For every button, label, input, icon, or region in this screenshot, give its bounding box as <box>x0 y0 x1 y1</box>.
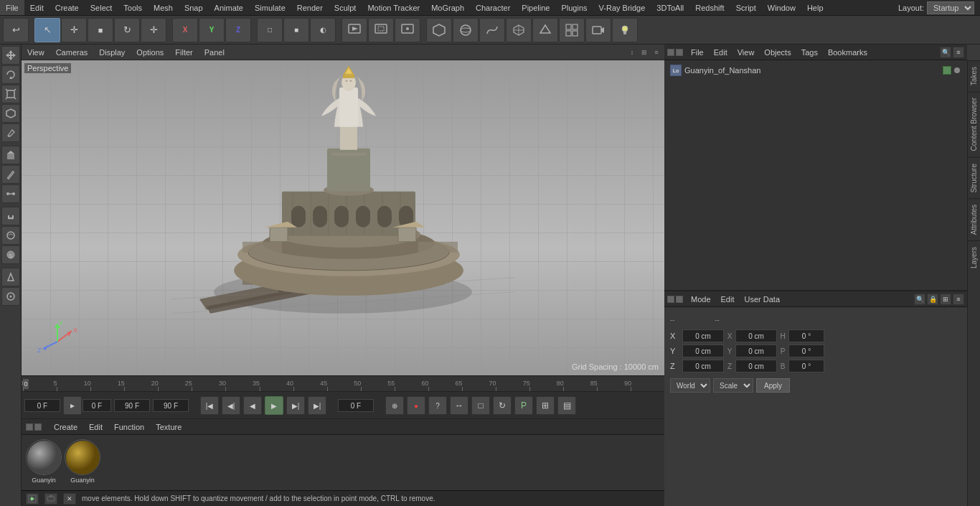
sidebar-scale-tool[interactable] <box>1 85 20 103</box>
menu-edit[interactable]: Edit <box>24 0 50 15</box>
x-axis-button[interactable]: X <box>172 18 198 42</box>
viewport-3d[interactable]: Perspective <box>22 60 664 375</box>
render-region-button[interactable] <box>368 18 394 42</box>
attr-menu-mode[interactable]: Mode <box>689 295 713 304</box>
prev-frame-btn[interactable]: ▸ <box>63 396 82 415</box>
coord-p-val[interactable] <box>788 345 824 357</box>
mat-menu-function[interactable]: Function <box>112 423 146 431</box>
apply-button[interactable]: Apply <box>756 378 790 393</box>
y-axis-button[interactable]: Y <box>199 18 225 42</box>
spline-mode-button[interactable]: ◐ <box>310 18 336 42</box>
step-forward-button[interactable]: ▶| <box>286 396 305 415</box>
tab-attributes[interactable]: Attributes <box>968 198 980 240</box>
frame-end-field-a[interactable] <box>114 399 150 412</box>
menu-select[interactable]: Select <box>85 0 118 15</box>
status-icon-close[interactable]: ✕ <box>63 493 76 505</box>
om-menu-bookmarks[interactable]: Bookmarks <box>826 48 870 57</box>
add-keyframe-btn[interactable]: ⊕ <box>385 396 404 415</box>
menu-tools[interactable]: Tools <box>118 0 148 15</box>
help-btn[interactable]: ? <box>428 396 447 415</box>
tab-content-browser[interactable]: Content Browser <box>968 91 980 156</box>
attr-multi-btn[interactable]: ⊞ <box>940 294 951 305</box>
coord-z-size[interactable] <box>735 360 777 373</box>
menu-simulate[interactable]: Simulate <box>249 0 291 15</box>
coord-z-pos[interactable] <box>682 360 724 373</box>
menu-mograph[interactable]: MoGraph <box>425 0 470 15</box>
rotate-button[interactable]: ↻ <box>114 18 140 42</box>
menu-vray[interactable]: V-Ray Bridge <box>593 0 651 15</box>
sphere-button[interactable] <box>453 18 479 42</box>
frame-end-field-b[interactable] <box>153 399 189 412</box>
menu-render[interactable]: Render <box>291 0 329 15</box>
current-frame-display[interactable] <box>338 399 374 412</box>
select-mode-button[interactable]: ↖ <box>34 18 60 42</box>
om-menu-file[interactable]: File <box>689 48 706 57</box>
menu-animate[interactable]: Animate <box>209 0 249 15</box>
record-btn[interactable]: ● <box>407 396 425 415</box>
attr-menu-edit[interactable]: Edit <box>719 295 737 304</box>
menu-redshift[interactable]: Redshift <box>689 0 730 15</box>
menu-snap[interactable]: Snap <box>179 0 209 15</box>
tab-structure[interactable]: Structure <box>968 157 980 199</box>
tab-layers[interactable]: Layers <box>968 240 980 274</box>
play-back-button[interactable]: ◀ <box>243 396 262 415</box>
render-settings-button[interactable] <box>395 18 420 42</box>
attr-settings-btn[interactable]: ≡ <box>953 294 964 305</box>
menu-file[interactable]: File <box>0 0 24 15</box>
attr-search-btn[interactable]: 🔍 <box>914 294 925 305</box>
viewport-menu-display[interactable]: Display <box>96 48 128 57</box>
menu-create[interactable]: Create <box>50 0 85 15</box>
camera-button[interactable] <box>585 18 611 42</box>
frame-current-field[interactable] <box>83 399 111 412</box>
transform-button[interactable]: ✛ <box>141 18 166 42</box>
film-btn[interactable]: ▤ <box>557 396 576 415</box>
viewport-menu-cameras[interactable]: Cameras <box>53 48 91 57</box>
cube-button[interactable] <box>426 18 452 42</box>
go-end-button[interactable]: ▶| <box>308 396 326 415</box>
viewport-menu-panel[interactable]: Panel <box>202 48 227 57</box>
om-search-btn[interactable]: 🔍 <box>940 47 951 58</box>
menu-help[interactable]: Help <box>801 0 829 15</box>
render-view-button[interactable] <box>341 18 367 42</box>
move-button[interactable]: ✛ <box>61 18 87 42</box>
coord-h-val[interactable] <box>788 329 824 342</box>
scale-button[interactable]: ■ <box>88 18 113 42</box>
array-button[interactable] <box>559 18 585 42</box>
sidebar-extrude-tool[interactable] <box>1 146 20 164</box>
coord-mode-dropdown[interactable]: World <box>670 378 710 393</box>
om-object-guanyin[interactable]: Lo Guanyin_of_Nanshan <box>667 63 964 78</box>
viewport-menu-options[interactable]: Options <box>133 48 166 57</box>
object-mode-button[interactable]: □ <box>257 18 283 42</box>
attr-menu-userdata[interactable]: User Data <box>743 295 783 304</box>
box-btn[interactable]: □ <box>471 396 490 415</box>
viewport-icon-expand[interactable]: ↕ <box>627 47 637 57</box>
om-menu-view[interactable]: View <box>735 48 757 57</box>
menu-motion-tracker[interactable]: Motion Tracker <box>362 0 425 15</box>
menu-plugins[interactable]: Plugins <box>555 0 593 15</box>
z-axis-button[interactable]: Z <box>225 18 251 42</box>
light-button[interactable] <box>612 18 638 42</box>
sidebar-bridge-tool[interactable] <box>1 184 20 203</box>
status-icon-1[interactable] <box>26 493 39 505</box>
coord-x-pos[interactable] <box>682 329 724 342</box>
mesh-mode-button[interactable]: ■ <box>283 18 309 42</box>
om-render-tag[interactable] <box>954 67 960 73</box>
attr-lock-btn[interactable]: 🔒 <box>927 294 938 305</box>
status-icon-2[interactable] <box>44 493 57 505</box>
material-item-1[interactable]: Guanyin <box>26 439 62 486</box>
viewport-icon-settings[interactable]: ≡ <box>651 47 661 57</box>
sidebar-knife-tool[interactable] <box>1 165 20 184</box>
viewport-menu-filter[interactable]: Filter <box>172 48 195 57</box>
link-btn[interactable]: ↔ <box>450 396 468 415</box>
spline-button[interactable] <box>479 18 505 42</box>
menu-pipeline[interactable]: Pipeline <box>516 0 555 15</box>
viewport-icon-fullscreen[interactable]: ⊞ <box>639 47 649 57</box>
sidebar-paint-tool[interactable]: S <box>1 245 20 264</box>
nurbs-button[interactable] <box>506 18 532 42</box>
sidebar-move-tool[interactable] <box>1 46 20 65</box>
menu-window[interactable]: Window <box>762 0 801 15</box>
sidebar-uv-tool[interactable] <box>1 268 20 286</box>
menu-3dtoall[interactable]: 3DToAll <box>651 0 689 15</box>
material-item-2[interactable]: Guanyin <box>65 439 100 486</box>
coord-y-size[interactable] <box>735 345 777 357</box>
